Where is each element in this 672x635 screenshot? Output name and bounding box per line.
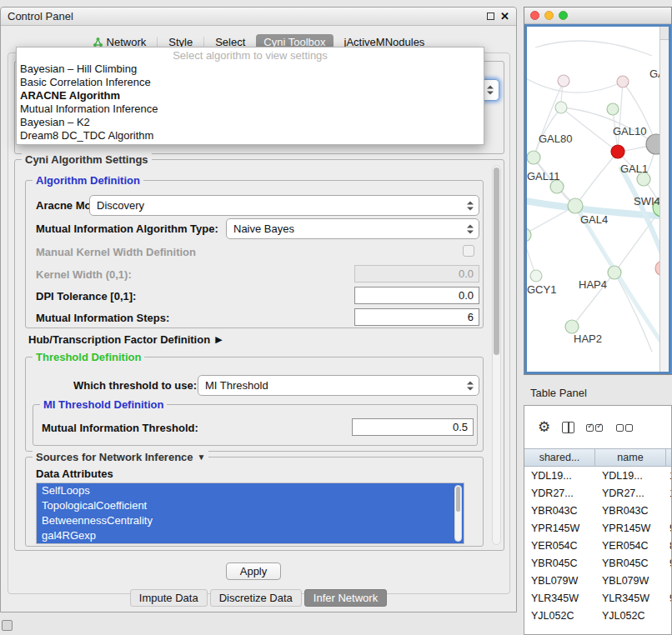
mi-threshold-label: Mutual Information Threshold: [42,422,198,434]
dropdown-item[interactable]: Bayesian – K2 [17,116,484,129]
settings-scrollbar[interactable] [492,165,501,545]
combo-arrows-icon [467,201,474,210]
combo-arrows-icon [487,86,494,95]
cell: YBR043C [595,502,666,520]
list-scrollbar-thumb[interactable] [456,487,460,512]
tab-discretize-data[interactable]: Discretize Data [210,589,302,607]
select-all-checkboxes-icon[interactable] [586,420,604,435]
dropdown-placeholder: Select algorithm to view settings [17,49,484,62]
network-node-gal4[interactable] [568,198,583,213]
network-node[interactable] [565,320,579,333]
list-item[interactable]: BetweennessCentrality [37,513,464,528]
network-node[interactable] [527,151,540,164]
which-threshold-label: Which threshold to use: [73,379,197,392]
node-label: HAP2 [574,332,602,345]
close-icon[interactable]: ✕ [500,10,509,22]
close-traffic-light-icon[interactable] [530,11,539,20]
table-row[interactable]: YDL19...YDL19...13 [524,468,671,485]
cell: YBL079W [524,572,595,590]
deselect-all-checkboxes-icon[interactable] [616,420,634,435]
hub-tf-label: Hub/Transcription Factor Definition [28,333,210,346]
combo-value: Discovery [97,199,144,212]
cell: YDL19... [524,468,595,485]
group-title: MI Threshold Definition [40,398,167,411]
which-threshold-combobox[interactable]: MI Threshold [198,375,479,396]
node-label: GAL11 [527,170,560,182]
column-header-name[interactable]: name [595,449,666,466]
column-header-partial[interactable] [666,449,671,466]
cell: YER054C [595,538,666,555]
list-scrollbar[interactable] [454,485,462,542]
expand-arrow-icon: ▼ [198,452,206,462]
kernel-width-field[interactable]: 0.0 [354,265,479,282]
cell: YDR27... [524,485,595,502]
table-panel-window: ⚙ shared... name YDL19...YDL19...13 YDR2… [524,405,672,635]
cell: YBR043C [524,502,595,520]
network-node[interactable] [530,270,542,282]
network-node[interactable] [608,266,621,279]
node-label: GAL1 [620,162,648,175]
mi-steps-field[interactable]: 6 [354,308,479,326]
dropdown-item[interactable]: Bayesian – Hill Climbing [17,62,484,76]
tab-impute-data[interactable]: Impute Data [130,589,208,607]
cyni-algorithm-settings-group: Cyni Algorithm Settings Algorithm Defini… [14,159,504,551]
list-item[interactable]: SelfLoops [37,483,464,498]
algorithm-dropdown-popup: Select algorithm to view settings Bayesi… [16,47,484,145]
float-panel-icon[interactable] [487,12,494,20]
cell [666,572,671,590]
table-row[interactable]: YBR043CYBR043C [524,502,671,520]
network-node[interactable] [555,102,567,113]
network-scrollbar[interactable] [659,27,669,372]
table-row[interactable]: YDR27...YDR27...12 [524,485,671,502]
columns-icon[interactable] [562,422,574,433]
hub-tf-definition-toggle[interactable]: Hub/Transcription Factor Definition ▶ [28,333,223,346]
network-node[interactable] [607,103,619,115]
dropdown-item-selected[interactable]: ARACNE Algorithm [17,89,484,102]
list-item[interactable]: TopologicalCoefficient [37,498,464,513]
mi-type-combobox[interactable]: Naive Bayes [226,218,479,239]
tab-infer-network[interactable]: Infer Network [304,589,387,607]
table-row[interactable]: YPR145WYPR145W9. [524,520,671,538]
network-canvas[interactable]: GAL80 GAL10 GAL11 GAL1 SWI4 GAL4 GCY1 HA… [524,24,671,374]
manual-kernel-checkbox[interactable] [463,245,474,257]
cell: 13 [666,468,671,485]
combo-value: Naive Bayes [233,222,294,235]
network-scrollbar-button[interactable] [660,27,669,40]
dropdown-item[interactable]: Dream8 DC_TDC Algorithm [17,129,484,142]
node-label: GCY1 [527,283,556,296]
table-row[interactable]: YJL052CYJL052C [524,608,671,625]
network-window-titlebar[interactable] [524,8,671,24]
minimize-traffic-light-icon[interactable] [544,11,554,20]
cell: YDR27... [595,485,666,502]
network-node[interactable] [558,75,569,87]
network-node[interactable] [617,76,629,88]
cell: YPR145W [595,520,666,538]
mi-threshold-field[interactable]: 0.5 [352,418,474,436]
aracne-mode-combobox[interactable]: Discovery [89,195,479,216]
combo-arrows-icon [467,224,474,233]
settings-scrollbar-thumb[interactable] [494,168,499,355]
table-row[interactable]: YBR045CYBR045C9. [524,555,671,572]
column-header-shared-name[interactable]: shared... [524,449,595,466]
apply-button[interactable]: Apply [226,562,281,580]
gear-icon[interactable]: ⚙ [538,418,550,436]
control-panel-titlebar[interactable]: Control Panel ✕ [1,8,516,26]
sources-toggle[interactable]: Sources for Network Inference ▼ [33,451,208,463]
minimized-panel-icon[interactable] [2,620,13,631]
group-title: Algorithm Definition [33,174,143,187]
dpi-tolerance-field[interactable]: 0.0 [354,287,479,304]
tab-separator [203,37,204,48]
mi-steps-label: Mutual Information Steps: [36,312,169,324]
table-row[interactable]: YLR345WYLR345W9. [524,590,671,608]
cell: 12 [666,485,671,502]
list-item[interactable]: gal4RGexp [37,528,464,543]
zoom-traffic-light-icon[interactable] [559,11,568,20]
cell [666,502,671,520]
network-node-selected[interactable] [611,145,624,158]
dropdown-item[interactable]: Mutual Information Inference [17,102,484,116]
dropdown-item[interactable]: Basic Correlation Inference [17,76,484,89]
table-row[interactable]: YBL079WYBL079W [524,572,671,590]
table-row[interactable]: YER054CYER054C8. [524,538,671,555]
network-view-window: GAL80 GAL10 GAL11 GAL1 SWI4 GAL4 GCY1 HA… [524,7,672,375]
manual-kernel-label: Manual Kernel Width Definition [36,246,196,258]
